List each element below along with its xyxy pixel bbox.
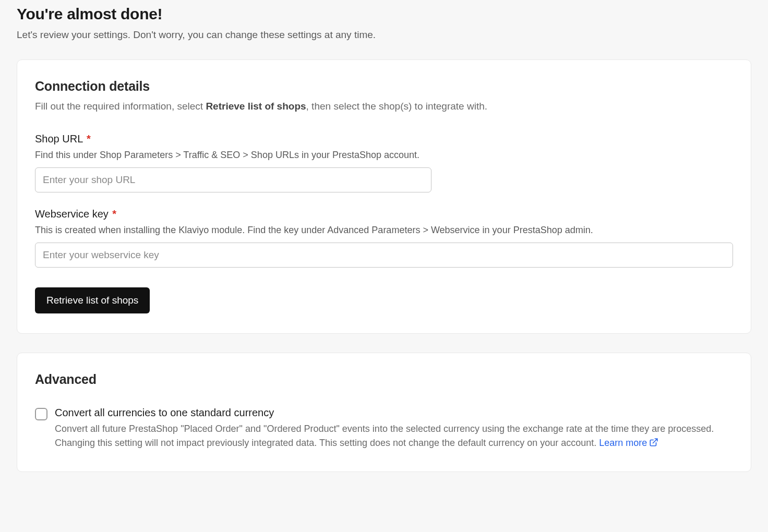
currency-checkbox-description: Convert all future PrestaShop "Placed Or… [55,422,733,452]
page-subtitle: Let's review your settings. Don't worry,… [17,29,751,41]
svg-line-0 [653,439,657,443]
learn-more-link[interactable]: Learn more [599,438,658,448]
currency-checkbox-content: Convert all currencies to one standard c… [55,407,733,452]
required-indicator: * [112,208,116,220]
external-link-icon [649,437,658,452]
webservice-key-label: Webservice key * [35,208,733,220]
currency-checkbox-row: Convert all currencies to one standard c… [35,407,733,452]
webservice-key-label-text: Webservice key [35,208,109,220]
connection-details-card: Connection details Fill out the required… [17,59,751,334]
webservice-key-field: Webservice key * This is created when in… [35,208,733,268]
webservice-key-help: This is created when installing the Klav… [35,223,733,237]
required-indicator: * [87,133,91,144]
currency-checkbox-label: Convert all currencies to one standard c… [55,407,733,419]
connection-details-description: Fill out the required information, selec… [35,99,733,114]
shop-url-label: Shop URL * [35,133,733,145]
currency-checkbox[interactable] [35,408,47,420]
shop-url-help: Find this under Shop Parameters > Traffi… [35,148,733,162]
retrieve-shops-button[interactable]: Retrieve list of shops [35,287,150,313]
connection-details-title: Connection details [35,79,733,94]
page-title: You're almost done! [17,5,751,23]
connection-desc-suffix: , then select the shop(s) to integrate w… [306,101,487,112]
shop-url-label-text: Shop URL [35,133,83,144]
advanced-title: Advanced [35,372,733,387]
webservice-key-input[interactable] [35,243,733,268]
shop-url-field: Shop URL * Find this under Shop Paramete… [35,133,733,192]
advanced-card: Advanced Convert all currencies to one s… [17,353,751,473]
shop-url-input[interactable] [35,167,431,192]
connection-desc-bold: Retrieve list of shops [206,101,306,112]
learn-more-label: Learn more [599,438,647,448]
connection-desc-prefix: Fill out the required information, selec… [35,101,206,112]
